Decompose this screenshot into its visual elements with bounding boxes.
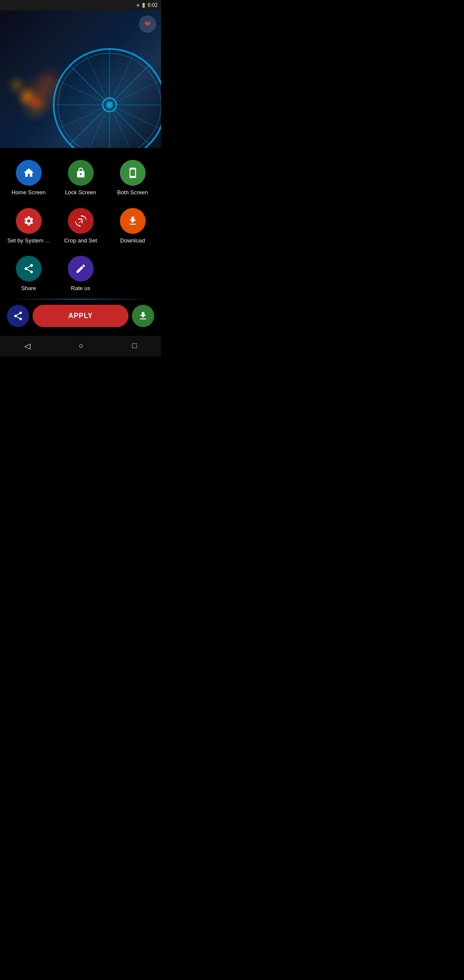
- crop-rotate-icon: [75, 215, 86, 227]
- lock-screen-button[interactable]: Lock Screen: [55, 155, 106, 201]
- svg-line-13: [110, 80, 161, 105]
- rate-us-icon-circle: [68, 256, 94, 282]
- action-row-1: Home Screen Lock Screen Both Screen: [3, 155, 158, 201]
- download-button[interactable]: Download: [107, 203, 158, 249]
- download-label: Download: [120, 237, 145, 244]
- nav-bar: ◁ ○ □: [0, 336, 161, 356]
- heart-icon: ❤: [144, 19, 151, 29]
- battery-icon: 🔋: [141, 3, 146, 8]
- lock-icon: [75, 167, 86, 178]
- home-icon: [23, 167, 35, 179]
- set-by-system-icon-circle: [16, 208, 42, 234]
- share-button[interactable]: Share: [3, 251, 54, 297]
- phone-icon: [127, 167, 138, 178]
- rate-us-label: Rate us: [71, 285, 90, 292]
- bike-wheel-svg: [49, 45, 161, 148]
- share-icon: [23, 263, 34, 274]
- svg-line-17: [57, 105, 110, 130]
- action-row-2: Set by System ... Crop and Set Download: [3, 203, 158, 249]
- status-bar: ✕ 🔋 6:02: [0, 0, 161, 10]
- svg-line-9: [110, 105, 149, 144]
- bottom-download-icon: [138, 311, 148, 321]
- action-row-3: Share Rate us: [3, 251, 158, 297]
- set-by-system-button[interactable]: Set by System ...: [3, 203, 54, 249]
- both-screen-button[interactable]: Both Screen: [107, 155, 158, 201]
- back-button[interactable]: ◁: [14, 338, 41, 354]
- svg-line-18: [57, 80, 110, 105]
- svg-line-12: [110, 52, 134, 105]
- both-screen-icon-circle: [120, 160, 146, 186]
- recents-button[interactable]: □: [122, 338, 147, 354]
- set-by-system-label: Set by System ...: [7, 237, 49, 244]
- divider: [10, 299, 151, 300]
- status-icons: ✕ 🔋: [136, 3, 146, 8]
- crop-and-set-button[interactable]: Crop and Set: [55, 203, 106, 249]
- svg-line-14: [110, 105, 161, 130]
- bottom-share-icon: [13, 311, 23, 321]
- both-screen-label: Both Screen: [117, 189, 148, 196]
- home-button[interactable]: ○: [69, 338, 94, 354]
- lock-screen-icon-circle: [68, 160, 94, 186]
- bokeh-3: [8, 77, 25, 94]
- wallpaper-image: ❤: [0, 10, 161, 148]
- download-icon: [127, 215, 138, 227]
- download-icon-circle: [120, 208, 146, 234]
- crop-and-set-icon-circle: [68, 208, 94, 234]
- bokeh-2: [29, 95, 44, 110]
- bottom-download-button[interactable]: [132, 305, 154, 327]
- sim-icon: ✕: [136, 3, 140, 8]
- status-time: 6:02: [148, 2, 158, 8]
- svg-line-8: [110, 65, 149, 105]
- rate-us-button[interactable]: Rate us: [55, 251, 106, 297]
- apply-button[interactable]: APPLY: [33, 305, 128, 327]
- svg-line-19: [85, 52, 110, 105]
- crop-and-set-label: Crop and Set: [64, 237, 97, 244]
- share-icon-circle: [16, 256, 42, 282]
- lock-screen-label: Lock Screen: [65, 189, 96, 196]
- settings-icon: [23, 215, 34, 227]
- svg-line-11: [70, 65, 110, 105]
- bottom-share-button[interactable]: [7, 305, 29, 327]
- home-screen-label: Home Screen: [12, 189, 46, 196]
- rate-icon: [75, 263, 86, 274]
- share-label: Share: [21, 285, 36, 292]
- favorite-button[interactable]: ❤: [139, 15, 156, 33]
- home-screen-icon-circle: [16, 160, 42, 186]
- home-screen-button[interactable]: Home Screen: [3, 155, 54, 201]
- action-sheet: Home Screen Lock Screen Both Screen: [0, 148, 161, 336]
- svg-line-10: [70, 105, 110, 144]
- bottom-bar: APPLY: [3, 301, 158, 332]
